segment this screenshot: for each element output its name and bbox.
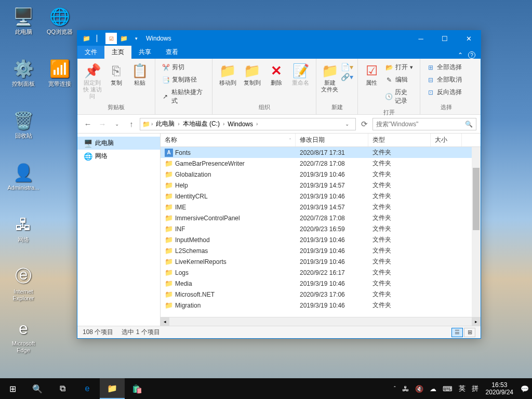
col-name[interactable]: 名称ˆ [161,134,296,147]
tab-view[interactable]: 查看 [158,46,185,59]
copyto-button[interactable]: 📁复制到 [240,61,264,87]
ime-mode-indicator[interactable]: 拼 [469,378,482,399]
desktop-icon[interactable]: 🖥️此电脑 [5,6,42,35]
delete-button[interactable]: ✕删除 [264,61,289,87]
tray-expand-icon[interactable]: ˆ [391,378,399,399]
chevron-right-icon[interactable]: › [222,121,225,127]
taskview-button[interactable]: ⧉ [50,378,75,399]
refresh-button[interactable]: ⟳ [358,118,370,130]
clock[interactable]: 16:53 2020/9/24 [482,381,517,396]
file-row[interactable]: 📁Globalization2019/3/19 10:46文件夹 [161,169,481,180]
ime-keyboard-icon[interactable]: ⌨ [440,378,456,399]
ime-lang-indicator[interactable]: 英 [456,378,469,399]
paste-button[interactable]: 📋粘贴 [128,61,152,87]
start-button[interactable]: ⊞ [0,378,25,399]
easyaccess-icon[interactable]: 🔗▾ [341,73,353,81]
view-icons-button[interactable]: ⊞ [464,328,475,337]
file-row[interactable]: 📁GameBarPresenceWriter2020/7/28 17:08文件夹 [161,158,481,169]
explorer-taskbar-icon[interactable]: 📁 [100,378,125,399]
cut-button[interactable]: ✂️剪切 [159,62,208,73]
file-row[interactable]: 📁LiveKernelReports2019/3/19 10:46文件夹 [161,256,481,267]
network-tray-icon[interactable]: 🖧 [399,378,412,399]
invert-button[interactable]: ⊡反向选择 [424,87,464,98]
file-row[interactable]: 📁IdentityCRL2019/3/19 10:46文件夹 [161,191,481,202]
breadcrumb-segment[interactable]: 此电脑 [154,119,177,128]
ribbon-collapse-icon[interactable]: ⌃ [458,51,463,59]
qat-properties-icon[interactable]: ☑ [105,33,117,44]
col-date[interactable]: 修改日期 [296,134,368,147]
close-button[interactable]: ✕ [457,31,481,46]
pasteshortcut-button[interactable]: ↗粘贴快捷方式 [159,87,208,107]
edge-taskbar-icon[interactable]: e [75,378,100,399]
chevron-right-icon[interactable]: › [150,121,154,127]
up-button[interactable]: ↑ [125,118,138,130]
qat-dropdown-icon[interactable]: ▾ [130,33,142,44]
search-icon[interactable]: 🔍 [465,121,473,128]
scrollbar-thumb[interactable] [473,168,480,230]
desktop-icon[interactable]: 🖧网络 [5,214,42,243]
col-type[interactable]: 类型 [368,134,431,147]
address-bar[interactable]: 📁 › 此电脑 › 本地磁盘 (C:) › Windows › ⌄ [140,118,356,130]
desktop-icon[interactable]: 🗑️回收站 [5,110,42,139]
file-row[interactable]: 📁Migration2019/3/19 10:46文件夹 [161,300,481,311]
file-row[interactable]: AFonts2020/8/17 17:31文件夹 [161,147,481,158]
titlebar[interactable]: 📁 ▏ ☑ 📁 ▾ Windows ─ ☐ ✕ [77,31,481,46]
desktop-icon[interactable]: ⓔInternet Explorer [5,266,42,302]
search-box[interactable]: 🔍 [373,118,476,130]
desktop-icon[interactable]: 🌐QQ浏览器 [42,6,78,35]
action-center-icon[interactable]: 💬 [517,378,532,399]
minimize-button[interactable]: ─ [409,31,433,46]
file-row[interactable]: 📁Microsoft.NET2020/9/23 17:06文件夹 [161,289,481,300]
desktop-icon[interactable]: 📶宽带连接 [42,58,78,87]
back-button[interactable]: ← [82,118,94,130]
moveto-button[interactable]: 📁移动到 [216,61,240,87]
open-button[interactable]: 📂打开▾ [383,62,416,73]
maximize-button[interactable]: ☐ [433,31,457,46]
selectnone-button[interactable]: ⊟全部取消 [424,74,464,85]
qat-newfolder-icon[interactable]: 📁 [118,33,129,44]
file-row[interactable]: 📁InputMethod2019/3/19 10:46文件夹 [161,234,481,245]
tab-share[interactable]: 共享 [131,46,158,59]
file-row[interactable]: 📁Media2019/3/19 10:46文件夹 [161,278,481,289]
desktop-icon[interactable]: ⚙️控制面板 [5,58,42,87]
chevron-right-icon[interactable]: › [177,121,180,127]
selectall-button[interactable]: ⊞全部选择 [424,62,464,73]
properties-button[interactable]: ☑属性 [361,61,382,87]
nav-network[interactable]: 🌐网络 [77,150,160,163]
horizontal-scrollbar[interactable]: ◂ ▸ [161,317,481,326]
file-row[interactable]: 📁IME2019/3/19 14:57文件夹 [161,202,481,212]
help-icon[interactable]: ? [468,51,475,59]
file-list[interactable]: AFonts2020/8/17 17:31文件夹📁GameBarPresence… [161,147,481,317]
search-button[interactable]: 🔍 [25,378,50,399]
nav-thispc[interactable]: 🖥️此电脑 [77,137,160,150]
desktop-icon[interactable]: 👤Administra... [5,162,42,191]
file-row[interactable]: 📁INF2020/9/23 16:59文件夹 [161,223,481,234]
view-details-button[interactable]: ☰ [451,328,463,337]
scroll-left-icon[interactable]: ◂ [161,317,169,326]
recent-dropdown[interactable]: ⌄ [111,118,123,130]
onedrive-tray-icon[interactable]: ☁ [427,378,440,399]
forward-button[interactable]: → [96,118,109,130]
rename-button[interactable]: 📝重命名 [288,61,313,87]
file-row[interactable]: 📁Help2019/3/19 14:57文件夹 [161,180,481,191]
breadcrumb-segment[interactable]: 本地磁盘 (C:) [181,119,222,128]
pin-button[interactable]: 📌固定到快 速访问 [81,61,104,101]
tab-file[interactable]: 文件 [77,46,104,59]
breadcrumb-segment[interactable]: Windows [225,121,255,128]
search-input[interactable] [376,121,465,128]
copy-button[interactable]: ⎘复制 [104,61,128,87]
newitem-icon[interactable]: 📄▾ [341,63,353,71]
file-row[interactable]: 📁ImmersiveControlPanel2020/7/28 17:08文件夹 [161,212,481,223]
edit-button[interactable]: ✎编辑 [383,74,416,85]
tab-home[interactable]: 主页 [104,46,131,59]
copypath-button[interactable]: 📑复制路径 [159,74,208,85]
store-taskbar-icon[interactable]: 🛍️ [125,378,150,399]
addr-dropdown-icon[interactable]: ⌄ [341,118,353,130]
chevron-right-icon[interactable]: › [255,121,259,127]
col-size[interactable]: 大小 [431,134,462,147]
newfolder-button[interactable]: 📁新建 文件夹 [320,61,340,94]
file-row[interactable]: 📁Logs2020/9/22 16:17文件夹 [161,267,481,278]
scroll-right-icon[interactable]: ▸ [472,317,481,326]
desktop-icon[interactable]: eMicrosoft Edge [5,318,42,354]
history-button[interactable]: 🕓历史记录 [383,87,416,107]
